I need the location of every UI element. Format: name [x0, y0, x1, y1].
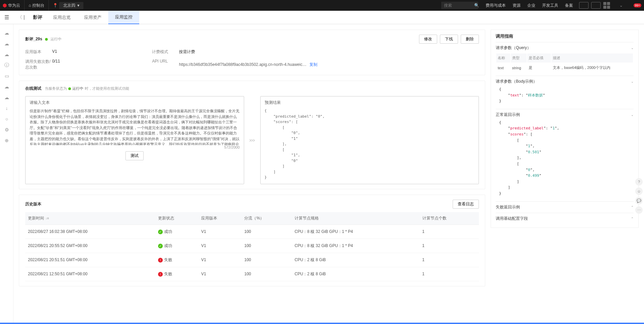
history-panel: 历史版本 查看日志 更新时间↓≡ 更新状态 应用版本 分流（%） 计算节点规格 …	[19, 195, 485, 286]
chevron-down-icon: ▾	[77, 3, 79, 8]
failcount-value: 0/11	[52, 59, 152, 70]
error-icon: !	[158, 258, 163, 262]
rail-icon-7[interactable]: ↓	[0, 103, 13, 114]
tab-assets[interactable]: 应用资产	[77, 11, 108, 24]
input-title: 请输入文本	[30, 100, 240, 106]
sub-header: ☰ 〈 | 影评 应用总览 应用资产 应用监控	[0, 11, 644, 24]
modify-button[interactable]: 修改	[419, 35, 437, 44]
body-example-header[interactable]: 请求参数（Body示例） ⌄	[496, 79, 634, 84]
global-search[interactable]: 🔍	[441, 2, 478, 9]
cell-spec: CPU：8 核 32 GiB GPU：1 * P4	[292, 239, 420, 253]
page-title: 影评	[29, 14, 46, 21]
rail-icon-8[interactable]: ○	[0, 114, 13, 124]
chevron-down-icon[interactable]: ⌄	[613, 3, 630, 8]
top-link-cost[interactable]: 费用与成本	[482, 3, 509, 8]
version-label: 应用版本	[25, 49, 52, 55]
rail-icon-10[interactable]: ⊕	[0, 135, 13, 146]
col-count[interactable]: 计算节点个数	[420, 212, 479, 225]
view-log-button[interactable]: 查看日志	[453, 200, 479, 209]
more-icon[interactable]: ⋯	[635, 206, 643, 214]
col-status[interactable]: 更新状态	[155, 212, 198, 225]
rail-icon-3[interactable]: ⓘ	[0, 60, 13, 71]
common-fields-header[interactable]: 调用基础配置字段 ⌃	[496, 216, 634, 221]
col-traffic[interactable]: 分流（%）	[241, 212, 292, 225]
table-row[interactable]: 2022/08/27 16:02:38 GMT+08:00✓成功V1100CPU…	[25, 225, 479, 239]
search-input[interactable]	[444, 3, 474, 8]
cell-version: V1	[198, 239, 241, 253]
success-example-header[interactable]: 正常返回示例 ⌄	[496, 112, 634, 118]
arrow-right-icon: ›››	[248, 96, 256, 184]
cell-spec: CPU：2 核 8 GiB	[292, 267, 420, 281]
col-update-time[interactable]: 更新时间↓≡	[25, 212, 155, 225]
offline-button[interactable]: 下线	[440, 35, 458, 44]
brand-logo[interactable]: ⬢ 华为云	[3, 3, 24, 8]
table-row: text string 是 文本，base64编码，2000个字以内	[496, 63, 633, 72]
top-link-devtools[interactable]: 开发工具	[539, 3, 562, 8]
huawei-logo-icon: ⬢	[3, 3, 7, 8]
test-hint: 当服务状态为 运行中 时，才能使用在线测试功能	[45, 86, 129, 91]
col-version[interactable]: 应用版本	[198, 212, 241, 225]
chat-icon[interactable]: 💬	[635, 197, 643, 204]
chevron-up-icon: ⌃	[631, 217, 634, 220]
guide-title: 调用指南	[496, 33, 634, 39]
chevron-down-icon: ⌄	[631, 80, 634, 83]
test-input-textarea[interactable]	[30, 108, 240, 145]
cell-traffic: 100	[241, 239, 292, 253]
chevron-up-icon: ⌃	[631, 205, 634, 209]
brand-name: 华为云	[8, 3, 20, 8]
float-help-icons: ? ☺ 💬 ⋯	[635, 178, 643, 214]
result-json: { "predicted_label": "0", "scores": [ [ …	[265, 108, 475, 180]
region-selector[interactable]: 📍 北京四 ▾	[48, 0, 87, 11]
cell-version: V1	[198, 225, 241, 239]
copy-url-link[interactable]: 复制	[309, 62, 317, 68]
notification-badge[interactable]: 99+	[634, 3, 641, 7]
col-spec[interactable]: 计算节点规格	[292, 212, 420, 225]
cell-status: ✓成功	[155, 225, 198, 239]
tab-overview[interactable]: 应用总览	[46, 11, 77, 24]
rail-icon-4[interactable]: ▭	[0, 71, 13, 81]
cell-version: V1	[198, 267, 241, 281]
status-dot-icon	[68, 87, 71, 90]
table-row[interactable]: 2022/08/21 12:50:51 GMT+08:00!失败V1100CPU…	[25, 267, 479, 281]
grid-apps-icon[interactable]	[603, 2, 610, 9]
help-icon[interactable]: ?	[635, 178, 643, 186]
billing-value: 按需计费	[179, 49, 479, 55]
rail-icon-9[interactable]: ⚙	[0, 124, 13, 135]
rail-icon-1[interactable]: ☁	[0, 38, 13, 49]
pin-icon: 📍	[53, 3, 58, 8]
cell-count: 1	[420, 239, 479, 253]
table-row[interactable]: 2022/08/21 20:51:51 GMT+08:00!失败V1100CPU…	[25, 253, 479, 267]
rail-icon-6[interactable]: ☁	[0, 92, 13, 103]
fail-example-header[interactable]: 失败返回示例 ⌃	[496, 204, 634, 210]
delete-button[interactable]: 删除	[461, 35, 479, 44]
search-icon[interactable]: 🔍	[474, 3, 479, 8]
rail-icon-2[interactable]: ☁	[0, 49, 13, 60]
feedback-icon[interactable]: ☺	[635, 188, 643, 195]
cell-count: 1	[420, 225, 479, 239]
guide-common-section: 调用基础配置字段 ⌃	[496, 213, 634, 224]
top-link-enterprise[interactable]: 企业	[524, 3, 539, 8]
top-tool-icons	[576, 2, 613, 9]
cell-traffic: 100	[241, 225, 292, 239]
rail-icon-0[interactable]: ☁	[0, 28, 13, 38]
guide-success-section: 正常返回示例 ⌄ { "predicted_label": "1", "scor…	[496, 109, 634, 201]
table-row[interactable]: 2022/08/21 20:55:52 GMT+08:00✓成功V1100CPU…	[25, 239, 479, 253]
test-button[interactable]: 测试	[125, 151, 144, 160]
tab-monitor[interactable]: 应用监控	[108, 11, 139, 24]
body-json-sample: { "text": "样本数据"}	[496, 84, 634, 106]
window-icon[interactable]	[579, 2, 589, 9]
online-test-panel: 在线测试 当服务状态为 运行中 时，才能使用在线测试功能 请输入文本 572/2…	[19, 81, 485, 189]
region-value[interactable]: 北京四 ▾	[59, 2, 83, 9]
chevron-down-icon: ⌄	[631, 46, 634, 50]
cell-status: !失败	[155, 253, 198, 267]
back-arrow-icon[interactable]: 〈 |	[13, 14, 29, 21]
billing-label: 计费模式	[152, 49, 179, 55]
rail-icon-5[interactable]: ☁	[0, 81, 13, 92]
console-link[interactable]: ⌂ 控制台	[24, 0, 48, 11]
top-link-resource[interactable]: 资源	[509, 3, 524, 8]
query-params-header[interactable]: 请求参数（Query） ⌄	[496, 45, 634, 51]
test-result-box: 预测结果 { "predicted_label": "0", "scores":…	[260, 96, 479, 184]
top-link-beian[interactable]: 备案	[562, 3, 576, 8]
window-icon-2[interactable]	[591, 2, 601, 9]
menu-toggle-icon[interactable]: ☰	[0, 14, 13, 21]
